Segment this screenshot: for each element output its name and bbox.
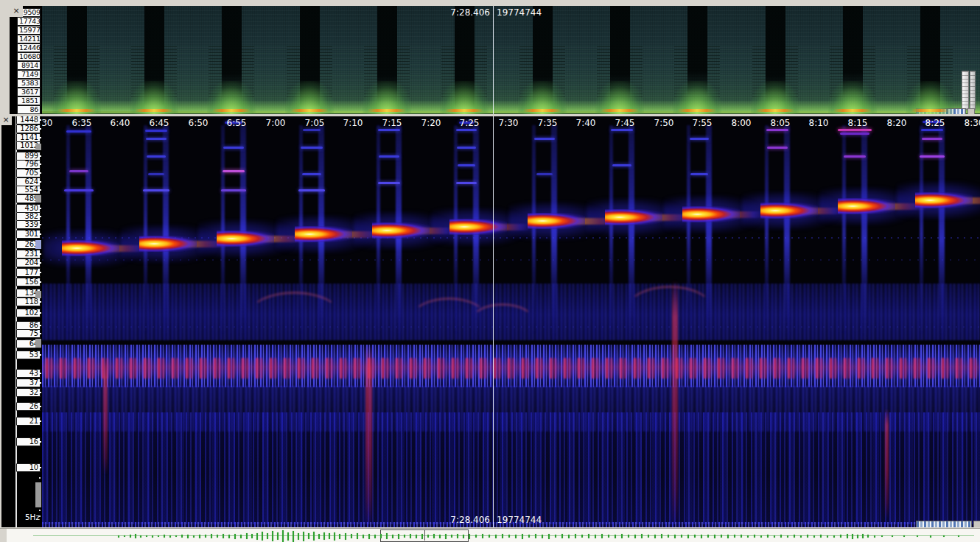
waveform-tick (282, 530, 284, 542)
waveform-tick (581, 535, 583, 538)
waveform-tick (548, 534, 550, 539)
freq-tick (39, 281, 41, 283)
freq-tick (39, 163, 41, 165)
waveform-tick (867, 535, 869, 538)
waveform-tick (707, 535, 709, 538)
waveform-tick (339, 534, 340, 539)
spectrogram-pane-green[interactable]: 7:28.406 19774744 (42, 6, 980, 114)
waveform-tick (368, 534, 370, 539)
waveform-tick (164, 535, 165, 538)
time-ruler-label: 6:30 (42, 118, 52, 128)
vertical-scroll-thumbwheel[interactable] (970, 71, 976, 110)
freq-label: 3617 (17, 88, 41, 96)
frequency-unit-label: 5Hz (25, 513, 40, 521)
horizontal-zoom-thumbwheel-main[interactable] (916, 521, 972, 527)
harmonic-dash (767, 147, 788, 149)
harmonic-dash (146, 138, 167, 140)
waveform-tick (917, 535, 918, 537)
waveform-tick (267, 533, 268, 539)
zoom-reset-button-top[interactable] (967, 108, 975, 114)
freq-label: 177 (16, 268, 41, 277)
call-blob (528, 213, 585, 229)
time-ruler-label: 7:00 (266, 118, 286, 128)
freq-label: 5383 (17, 79, 41, 88)
freq-tick (39, 467, 41, 468)
call-blob (139, 236, 197, 252)
waveform-tick (741, 535, 742, 538)
waveform-tick (760, 535, 762, 538)
freq-label: 16 (16, 437, 41, 446)
waveform-tick (217, 535, 218, 538)
waveform-tick (648, 535, 649, 538)
freq-tick (39, 224, 41, 225)
waveform-tick (293, 531, 294, 542)
waveform-overview-strip[interactable] (0, 528, 980, 542)
waveform-tick (246, 533, 248, 539)
waveform-tick (694, 535, 696, 538)
waveform-tick (840, 535, 841, 538)
freq-label: 75 (16, 329, 41, 338)
close-pane-button-top[interactable]: × (10, 6, 23, 17)
time-ruler-label: 7:15 (382, 118, 402, 128)
harmonic-dash (148, 173, 164, 175)
waveform-tick (820, 535, 822, 538)
waveform-tick (714, 535, 715, 538)
waveform-tick (475, 535, 477, 538)
harmonic-dash (64, 189, 94, 191)
vertical-zoom-thumbwheel[interactable] (962, 71, 969, 110)
freq-minor-tick (39, 510, 41, 511)
waveform-tick (807, 535, 808, 538)
waveform-tick (608, 535, 609, 538)
freq-tick (39, 262, 41, 264)
waveform-tick (495, 535, 497, 538)
freq-tick (39, 354, 41, 356)
waveform-tick (334, 532, 335, 541)
freq-label: 339 (16, 220, 41, 229)
freq-tick (39, 216, 41, 217)
harmonic-dash (298, 189, 325, 191)
waveform-tick (847, 534, 848, 538)
time-ruler-label: 7:50 (654, 118, 674, 128)
waveform-tick (668, 535, 669, 538)
harmonic-dash (301, 147, 323, 149)
close-pane-button-main[interactable]: × (0, 115, 12, 125)
waveform-tick (298, 533, 299, 540)
zoom-reset-button-main[interactable] (973, 521, 980, 527)
harmonic-dash (143, 189, 169, 191)
call-vertical-streak (784, 125, 790, 346)
harmonic-dash (766, 129, 788, 131)
waveform-tick (862, 534, 864, 538)
harmonic-dash (612, 164, 631, 166)
freq-label: 26 (16, 402, 41, 411)
waveform-tick (380, 534, 382, 538)
waveform-tick (701, 535, 702, 538)
harmonic-dash (922, 138, 942, 140)
waveform-tick (303, 532, 304, 541)
freq-tick (39, 312, 41, 314)
frequency-scale-top[interactable]: 1950917743159771421112446106808914714953… (10, 6, 42, 114)
freq-tick (39, 441, 41, 443)
waveform-tick (392, 535, 393, 538)
spectrogram-pane-main[interactable]: 7:28.406 19774744 6:306:356:406:456:506:… (42, 116, 980, 527)
time-ruler-label: 7:10 (343, 118, 363, 128)
freq-tick (39, 272, 41, 273)
harmonic-dash (145, 130, 167, 132)
waveform-tick (852, 534, 853, 539)
freq-tick (39, 208, 41, 209)
harmonic-dash (611, 129, 633, 131)
waveform-tick (903, 535, 905, 537)
waveform-tick (930, 535, 931, 538)
call-blob (605, 209, 662, 225)
call-blob (682, 206, 740, 222)
freq-label: 53 (16, 351, 41, 359)
waveform-tick (158, 535, 159, 537)
time-ruler-label: 7:05 (305, 118, 325, 128)
harmonic-dash (534, 138, 555, 140)
freq-label: 1448 (16, 116, 41, 124)
time-ruler-label: 6:55 (227, 118, 247, 128)
freq-label: 554 (16, 186, 41, 194)
frequency-scale-main[interactable]: 5Hz 144812861141101289979670562455448943… (1, 116, 42, 527)
waveform-tick (445, 534, 447, 539)
freq-label: 8914 (17, 61, 41, 70)
time-ruler-label: 8:15 (848, 118, 868, 128)
